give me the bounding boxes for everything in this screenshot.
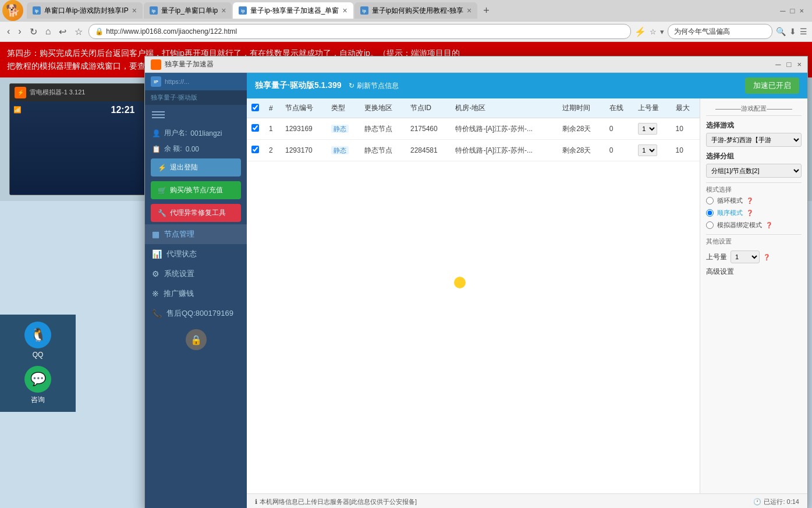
game-select[interactable]: 手游-梦幻西游【手游 xyxy=(706,133,802,147)
proxy-status-label: 代理状态 xyxy=(166,249,197,259)
cell-online-0: 0 xyxy=(605,118,633,140)
system-settings-icon: ⚙ xyxy=(152,269,159,278)
system-settings-label: 系统设置 xyxy=(164,269,194,279)
back-button[interactable]: ‹ xyxy=(5,25,12,38)
home-button[interactable]: ⌂ xyxy=(43,25,54,38)
mode-cycle[interactable]: 循环模式 ❓ xyxy=(706,196,802,205)
mode-sequence-radio[interactable] xyxy=(706,209,714,217)
qq-item[interactable]: 🐧 QQ xyxy=(24,322,51,359)
tab-close-2[interactable]: × xyxy=(221,6,226,15)
mode-bind-radio[interactable] xyxy=(706,221,714,229)
forward-button[interactable]: › xyxy=(16,25,23,38)
minimize-button[interactable]: ─ xyxy=(780,6,785,15)
download-icon[interactable]: ⬇ xyxy=(789,27,796,36)
tab-1[interactable]: 单窗口单ip-游戏防封独享IP × xyxy=(27,2,143,19)
dropdown-icon[interactable]: ▾ xyxy=(660,27,664,36)
game-section-label: 选择游戏 xyxy=(706,121,802,130)
cell-expire-1: 剩余28天 xyxy=(558,140,605,161)
start-button[interactable]: 加速已开启 xyxy=(745,77,799,94)
app-close[interactable]: × xyxy=(797,60,802,69)
config-panel: ————游戏配置———— 选择游戏 手游-梦幻西游【手游 选择分组 分组[1]/… xyxy=(700,98,807,493)
col-region: 更换地区 xyxy=(360,98,406,118)
em1-wifi: 📶 xyxy=(13,106,22,114)
maximize-button[interactable]: □ xyxy=(790,6,795,15)
col-max: 最大 xyxy=(671,98,700,118)
menu-promote[interactable]: ※ 推广赚钱 xyxy=(145,284,247,304)
repair-label: 代理异常修复工具 xyxy=(170,208,226,218)
url-bar[interactable]: 🔒 http://www.ip0168.com/jiaocheng/122.ht… xyxy=(88,24,631,39)
upload-select-0[interactable]: 1 xyxy=(638,123,657,135)
star-button[interactable]: ☆ xyxy=(72,25,85,38)
app-minimize[interactable]: ─ xyxy=(775,60,781,69)
consult-label: 咨询 xyxy=(31,395,45,405)
refresh-button[interactable]: ↻ 刷新节点信息 xyxy=(349,81,399,91)
settings-icon[interactable]: ☰ xyxy=(800,27,807,36)
refresh-button[interactable]: ↻ xyxy=(27,25,40,38)
game-section: 选择游戏 手游-梦幻西游【手游 xyxy=(706,121,802,147)
tab-close-1[interactable]: × xyxy=(132,6,137,15)
mode-section: 模式选择 循环模式 ❓ 顺序模式 ❓ xyxy=(706,182,802,230)
table-row: 2 1293170 静态 静态节点 2284581 特价线路-[A]江苏-苏州-… xyxy=(247,140,700,161)
promote-icon: ※ xyxy=(152,289,159,298)
advanced-settings[interactable]: 高级设置 xyxy=(706,267,802,277)
back-button-2[interactable]: ↩ xyxy=(56,25,69,38)
row-checkbox-1[interactable] xyxy=(251,146,259,153)
sidebar-sub-header: 独享量子·驱动版 xyxy=(145,90,247,105)
tab-close-3[interactable]: × xyxy=(342,6,347,15)
tab-close-4[interactable]: × xyxy=(467,6,471,15)
mode-cycle-radio[interactable] xyxy=(706,197,714,204)
hamburger-menu[interactable] xyxy=(145,105,247,125)
logout-icon: ⚡ xyxy=(158,164,166,172)
search-icon[interactable]: 🔍 xyxy=(776,27,786,36)
upload-select-1[interactable]: 1 xyxy=(638,144,657,156)
search-bar[interactable]: 为何今年气温偏高 xyxy=(668,24,772,39)
menu-proxy-status[interactable]: 📊 代理状态 xyxy=(145,244,247,264)
floating-sidebar: 🐧 QQ 💬 咨询 xyxy=(0,315,76,412)
config-title: ————游戏配置———— xyxy=(706,104,802,116)
upload-select[interactable]: 1 xyxy=(731,251,760,263)
new-tab-button[interactable]: + xyxy=(478,5,494,17)
mode-bind-help: ❓ xyxy=(765,222,772,228)
logout-button[interactable]: ⚡ 退出登陆 xyxy=(151,158,241,177)
mode-sequence[interactable]: 顺序模式 ❓ xyxy=(706,209,802,217)
tab-3[interactable]: 量子ip-独享量子加速器_单窗 × xyxy=(233,2,353,19)
emulator-1-icon: ⚡ xyxy=(15,87,26,98)
search-text: 为何今年气温偏高 xyxy=(674,27,730,37)
username-value: 001liangzi xyxy=(190,129,222,137)
row-checkbox-0[interactable] xyxy=(251,124,259,132)
menu-node-management[interactable]: ▦ 节点管理 xyxy=(145,224,247,244)
app-title: 独享量子加速器 xyxy=(165,59,214,69)
lightning-icon: ⚡ xyxy=(634,26,646,37)
mode-bind[interactable]: 模拟器绑定模式 ❓ xyxy=(706,221,802,230)
browser-avatar: 🐕 xyxy=(2,0,23,21)
tab-favicon-4 xyxy=(360,6,368,15)
cell-num-1: 2 xyxy=(264,140,281,161)
repair-button[interactable]: 🔧 代理异常修复工具 xyxy=(151,204,241,222)
buy-button[interactable]: 🛒 购买/换节点/充值 xyxy=(151,181,241,199)
mode-cycle-label: 循环模式 xyxy=(717,196,743,205)
balance-value: 0.00 xyxy=(186,145,199,153)
col-expire: 过期时间 xyxy=(558,98,605,118)
tab-4[interactable]: 量子ip如何购买使用教程-独享 × xyxy=(354,2,478,19)
menu-sale-qq[interactable]: 📞 售后QQ:800179169 xyxy=(145,304,247,323)
bookmark-icon[interactable]: ☆ xyxy=(650,27,657,36)
app-maximize[interactable]: □ xyxy=(787,60,792,69)
consult-item[interactable]: 💬 咨询 xyxy=(24,366,51,405)
lock-button[interactable]: 🔒 xyxy=(186,329,207,350)
group-select[interactable]: 分组[1]/节点数[2] xyxy=(706,164,802,178)
cell-upload-1: 1 xyxy=(633,140,671,161)
main-panel: 独享量子·驱动版5.1.399 ↻ 刷新节点信息 加速已开启 xyxy=(247,73,807,508)
mode-bind-label: 模拟器绑定模式 xyxy=(717,221,762,230)
col-location: 机房-地区 xyxy=(451,98,558,118)
sale-qq-icon: 📞 xyxy=(152,309,162,318)
close-button[interactable]: × xyxy=(799,6,804,15)
col-type: 类型 xyxy=(327,98,360,118)
menu-system-settings[interactable]: ⚙ 系统设置 xyxy=(145,264,247,284)
sidebar-url: https://... xyxy=(165,78,189,85)
app-window: 独享量子加速器 ─ □ × IP https://... 独享量子·驱动版 xyxy=(144,56,808,508)
cell-expire-0: 剩余28天 xyxy=(558,118,605,140)
address-bar: ‹ › ↻ ⌂ ↩ ☆ 🔒 http://www.ip0168.com/jiao… xyxy=(0,21,812,42)
select-all-checkbox[interactable] xyxy=(251,104,259,111)
tab-2[interactable]: 量子ip_单窗口单ip × xyxy=(144,2,232,19)
cell-num-0: 1 xyxy=(264,118,281,140)
